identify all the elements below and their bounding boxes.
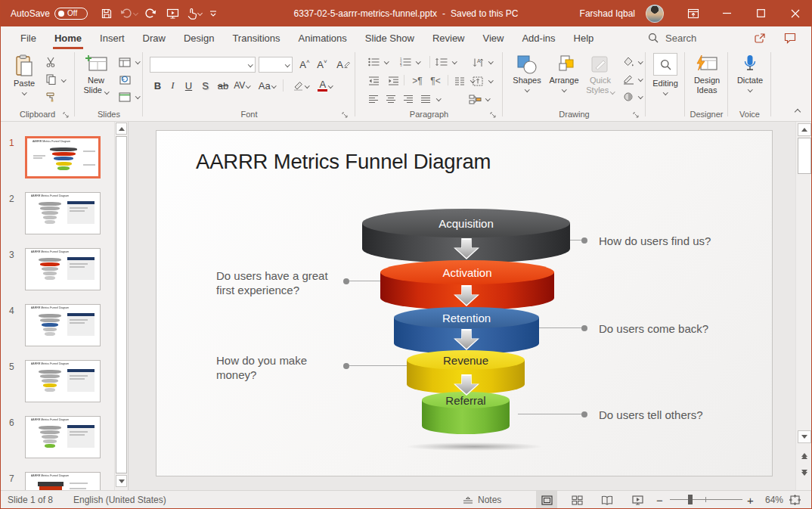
paste-button[interactable]: Paste — [9, 54, 39, 95]
copy-dropdown-icon[interactable] — [61, 77, 66, 82]
slide-thumbnail-7[interactable]: AARRR Metrics Funnel Diagram — [25, 472, 101, 490]
share-button[interactable] — [749, 29, 770, 47]
font-size-dropdown-icon[interactable] — [285, 62, 290, 67]
notes-button[interactable]: Notes — [463, 491, 501, 509]
highlight-dropdown-icon[interactable] — [305, 83, 309, 88]
font-name-dropdown-icon[interactable] — [248, 62, 253, 67]
callout-text[interactable]: How do users find us? — [599, 234, 750, 248]
tab-transitions[interactable]: Transitions — [223, 26, 289, 49]
callout-text[interactable]: Do users tell others? — [599, 408, 750, 422]
strikethrough-button[interactable]: ab — [215, 78, 231, 93]
save-status[interactable]: Saved to this PC — [451, 8, 518, 19]
zoom-in-button[interactable]: + — [747, 491, 754, 509]
close-button[interactable] — [778, 0, 812, 26]
tab-slide-show[interactable]: Slide Show — [356, 26, 423, 49]
text-shadow-button[interactable]: S — [200, 78, 211, 93]
slide-thumbnail-3[interactable]: AARRR Metrics Funnel Diagram — [25, 248, 101, 290]
tab-review[interactable]: Review — [423, 26, 474, 49]
convert-smartart-button[interactable] — [467, 92, 482, 106]
autosave-toggle[interactable]: AutoSave Off — [11, 8, 88, 20]
line-spacing-dropdown-icon[interactable] — [452, 59, 457, 64]
align-left-button[interactable] — [366, 92, 381, 106]
align-text-button[interactable] — [470, 74, 485, 88]
section-button[interactable] — [117, 90, 132, 104]
section-dropdown-icon[interactable] — [135, 94, 140, 98]
tab-insert[interactable]: Insert — [91, 26, 134, 49]
previous-slide-button[interactable] — [798, 450, 811, 462]
align-right-button[interactable] — [401, 92, 416, 106]
next-slide-button[interactable] — [798, 467, 811, 479]
shape-outline-dropdown-icon[interactable] — [638, 76, 643, 81]
clipboard-dialog-launcher[interactable] — [63, 110, 70, 118]
font-size-combo[interactable] — [259, 57, 293, 73]
minimize-button[interactable] — [710, 0, 744, 26]
touch-mode-dropdown-icon[interactable] — [197, 11, 203, 16]
justify-button[interactable] — [418, 92, 433, 106]
funnel-label[interactable]: Acquisition — [362, 217, 570, 230]
slide-thumbnail-6[interactable]: AARRR Metrics Funnel Diagram — [25, 416, 101, 458]
numbering-button[interactable]: 123 — [398, 55, 413, 69]
undo-button[interactable] — [119, 4, 138, 23]
shape-outline-button[interactable] — [621, 73, 636, 86]
columns-button[interactable] — [452, 74, 467, 88]
smartart-dropdown-icon[interactable] — [485, 96, 490, 101]
funnel-layer-referral[interactable]: Referral — [422, 392, 510, 434]
slide-number-indicator[interactable]: Slide 1 of 8 — [8, 491, 53, 509]
slide-thumbnail-1[interactable]: AARRR Metrics Funnel Diagram — [25, 136, 101, 178]
undo-dropdown-icon[interactable] — [133, 11, 138, 16]
tab-file[interactable]: File — [11, 26, 45, 49]
new-slide-dropdown-icon[interactable] — [104, 89, 109, 94]
slide-thumbnail-2[interactable]: AARRR Metrics Funnel Diagram — [25, 192, 101, 234]
font-name-combo[interactable] — [150, 57, 256, 73]
align-text-dropdown-icon[interactable] — [488, 78, 493, 82]
shape-effects-dropdown-icon[interactable] — [638, 94, 643, 98]
new-slide-button[interactable]: NewSlide — [79, 54, 113, 95]
collapse-ribbon-button[interactable] — [795, 109, 801, 115]
character-spacing-dropdown-icon[interactable] — [246, 83, 250, 88]
arrange-button[interactable]: Arrange — [547, 54, 581, 92]
zoom-level[interactable]: 64% — [765, 491, 783, 509]
editing-button[interactable]: Editing — [650, 53, 680, 95]
slideshow-view-button[interactable] — [627, 491, 648, 509]
tab-add-ins[interactable]: Add-ins — [513, 26, 564, 49]
tab-view[interactable]: View — [474, 26, 513, 49]
cut-button[interactable] — [43, 55, 58, 69]
callout-text[interactable]: Do users come back? — [599, 321, 750, 336]
reading-view-button[interactable] — [597, 491, 618, 509]
increase-font-size-button[interactable]: A˄ — [296, 57, 313, 72]
slide-scrollbar[interactable] — [795, 122, 812, 490]
funnel-label[interactable]: Revenue — [407, 354, 525, 367]
italic-button[interactable]: I — [168, 78, 178, 93]
zoom-slider-thumb[interactable] — [688, 495, 693, 504]
change-case-button[interactable]: Aa — [258, 78, 276, 93]
tab-home[interactable]: Home — [45, 26, 91, 49]
text-direction-button[interactable]: A — [470, 55, 485, 69]
copy-button[interactable] — [43, 73, 58, 86]
clear-formatting-button[interactable]: A — [334, 57, 352, 72]
highlight-color-button[interactable] — [291, 78, 311, 93]
normal-view-button[interactable] — [536, 491, 557, 509]
zoom-out-button[interactable]: − — [656, 491, 663, 509]
touch-mouse-mode-button[interactable] — [184, 4, 204, 23]
tab-help[interactable]: Help — [565, 26, 603, 49]
tab-draw[interactable]: Draw — [134, 26, 175, 49]
numbering-dropdown-icon[interactable] — [416, 59, 420, 64]
bullets-button[interactable] — [366, 55, 381, 69]
slide-sorter-view-button[interactable] — [566, 491, 587, 509]
font-color-button[interactable]: A — [315, 78, 335, 93]
tab-design[interactable]: Design — [175, 26, 223, 49]
search-box[interactable]: Search — [648, 26, 696, 49]
save-button[interactable] — [97, 4, 116, 23]
character-spacing-button[interactable]: AV — [234, 78, 250, 93]
ltr-paragraph-button[interactable]: >¶ — [410, 74, 425, 88]
line-spacing-button[interactable] — [434, 55, 449, 69]
thumbnail-scroll-up-button[interactable] — [116, 123, 127, 135]
dictate-button[interactable]: Dictate — [734, 54, 766, 92]
text-direction-dropdown-icon[interactable] — [488, 59, 493, 64]
thumbnail-scrollbar-thumb[interactable] — [116, 136, 127, 473]
slide-canvas[interactable]: AARRR Metrics Funnel Diagram Acquisition… — [156, 130, 773, 476]
tab-animations[interactable]: Animations — [290, 26, 356, 49]
font-dialog-launcher[interactable] — [342, 110, 349, 118]
redo-button[interactable] — [141, 4, 160, 23]
slide-thumbnail-5[interactable]: AARRR Metrics Funnel Diagram — [25, 360, 101, 402]
